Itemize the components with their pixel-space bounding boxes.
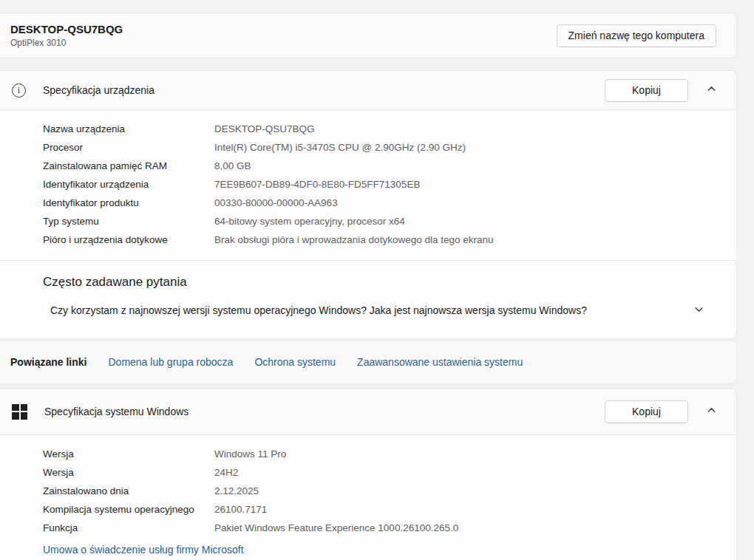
spec-value: 7EE9B607-DB89-4DF0-8E80-FD5FF71305EB [214, 179, 721, 190]
table-row: Zainstalowano dnia 2.12.2025 [43, 482, 721, 500]
windows-spec-links: Umowa o świadczenie usług firmy Microsof… [43, 541, 721, 560]
spec-label: Identyfikator produktu [43, 197, 214, 208]
table-row: Wersja 24H2 [43, 463, 721, 482]
table-row: Pióro i urządzenia dotykowe Brak obsługi… [43, 231, 721, 249]
windows-spec-title: Specyfikacja systemu Windows [44, 406, 188, 417]
device-name: DESKTOP-QSU7BQG [10, 23, 123, 35]
device-spec-title: Specyfikacja urządzenia [43, 84, 154, 96]
device-spec-actions: Kopiuj [605, 79, 721, 102]
spec-label: Wersja [43, 467, 214, 478]
info-icon: i [12, 83, 26, 98]
chevron-up-icon [707, 84, 716, 96]
collapse-device-spec-button[interactable] [701, 80, 721, 100]
spec-label: Wersja [43, 448, 214, 460]
windows-spec-table: Wersja Windows 11 Pro Wersja 24H2 Zainst… [0, 435, 736, 560]
link-advanced-system-settings[interactable]: Zaawansowane ustawienia systemu [357, 356, 523, 368]
table-row: Procesor Intel(R) Core(TM) i5-3470S CPU … [43, 138, 721, 157]
spec-label: Identyfikator urządzenia [43, 179, 214, 190]
faq-question: Czy korzystam z najnowszej wersji system… [50, 304, 587, 316]
table-row: Zainstalowana pamięć RAM 8,00 GB [43, 157, 721, 175]
link-services-agreement[interactable]: Umowa o świadczenie usług firmy Microsof… [43, 541, 721, 559]
spec-label: Typ systemu [43, 216, 214, 227]
table-row: Kompilacja systemu operacyjnego 26100.71… [43, 500, 721, 519]
spec-value: 64-bitowy system operacyjny, procesor x6… [214, 216, 721, 227]
table-row: Identyfikator urządzenia 7EE9B607-DB89-4… [43, 175, 721, 194]
spec-label: Nazwa urządzenia [43, 123, 214, 134]
link-system-protection[interactable]: Ochrona systemu [254, 356, 336, 368]
spec-value: 2.12.2025 [214, 485, 721, 496]
spec-value: Windows 11 Pro [214, 448, 721, 460]
rename-computer-button[interactable]: Zmień nazwę tego komputera [557, 24, 716, 47]
table-row: Wersja Windows 11 Pro [43, 445, 721, 463]
device-info: DESKTOP-QSU7BQG OptiPlex 3010 [10, 23, 123, 48]
spec-value: Brak obsługi pióra i wprowadzania dotyko… [214, 234, 721, 245]
table-row: Typ systemu 64-bitowy system operacyjny,… [43, 212, 721, 231]
windows-logo-icon [12, 404, 27, 420]
chevron-down-icon [694, 304, 704, 316]
table-row: Nazwa urządzenia DESKTOP-QSU7BQG [43, 120, 721, 138]
about-settings-page: DESKTOP-QSU7BQG OptiPlex 3010 Zmień nazw… [0, 0, 754, 560]
faq-section: Często zadawane pytania Czy korzystam z … [0, 260, 737, 339]
spec-label: Funkcja [43, 522, 214, 533]
related-links-bar: Powiązane linki Domena lub grupa robocza… [0, 340, 737, 384]
spec-value: DESKTOP-QSU7BQG [214, 123, 721, 134]
spec-label: Zainstalowano dnia [43, 485, 214, 496]
spec-label: Procesor [43, 142, 214, 153]
spec-value: 26100.7171 [214, 504, 721, 515]
faq-title: Często zadawane pytania [43, 275, 721, 290]
spec-value: 24H2 [214, 467, 721, 478]
copy-device-spec-button[interactable]: Kopiuj [605, 79, 688, 102]
copy-windows-spec-button[interactable]: Kopiuj [605, 400, 688, 423]
table-row: Identyfikator produktu 00330-80000-00000… [43, 194, 721, 212]
collapse-windows-spec-button[interactable] [701, 401, 721, 422]
spec-value: Intel(R) Core(TM) i5-3470S CPU @ 2.90GHz… [214, 142, 721, 153]
device-model: OptiPlex 3010 [10, 38, 123, 48]
windows-spec-actions: Kopiuj [605, 400, 721, 423]
windows-spec-expander: Specyfikacja systemu Windows Kopiuj Wers… [0, 388, 737, 560]
device-spec-header[interactable]: i Specyfikacja urządzenia Kopiuj [0, 71, 736, 109]
spec-label: Kompilacja systemu operacyjnego [43, 504, 214, 515]
spec-label: Pióro i urządzenia dotykowe [43, 234, 214, 245]
device-spec-expander: i Specyfikacja urządzenia Kopiuj Nazwa u… [0, 70, 737, 256]
spec-value: 00330-80000-00000-AA963 [214, 197, 721, 208]
spec-value: Pakiet Windows Feature Experience 1000.2… [214, 522, 721, 533]
device-spec-table: Nazwa urządzenia DESKTOP-QSU7BQG Proceso… [0, 110, 736, 266]
spec-label: Zainstalowana pamięć RAM [43, 160, 214, 171]
related-links-title: Powiązane linki [10, 356, 86, 368]
faq-question-row[interactable]: Czy korzystam z najnowszej wersji system… [43, 304, 721, 316]
spec-value: 8,00 GB [214, 160, 721, 171]
link-domain-workgroup[interactable]: Domena lub grupa robocza [108, 356, 233, 368]
device-card: DESKTOP-QSU7BQG OptiPlex 3010 Zmień nazw… [0, 13, 737, 58]
windows-spec-header[interactable]: Specyfikacja systemu Windows Kopiuj [0, 389, 736, 434]
chevron-up-icon [707, 406, 716, 417]
table-row: Funkcja Pakiet Windows Feature Experienc… [43, 519, 721, 537]
